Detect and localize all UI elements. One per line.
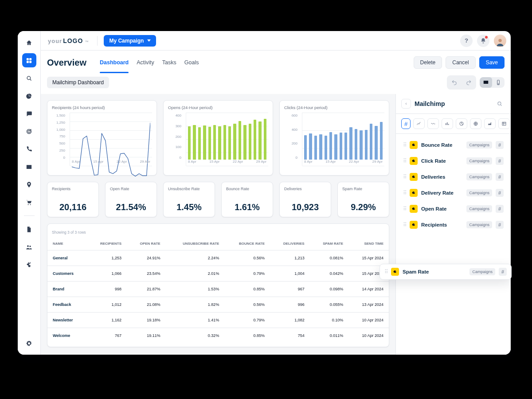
drag-handle-icon[interactable]: ⠿: [403, 206, 406, 212]
mail-icon[interactable]: [22, 160, 36, 174]
dragging-metric[interactable]: ⠿ Spam Rate Campaigns #: [379, 264, 512, 280]
cell-spam: 0.10%: [310, 313, 349, 328]
table-row[interactable]: Welcome76719.11%0.32%0.85%7540.011%10 Ap…: [47, 328, 389, 344]
type-number-icon[interactable]: #: [401, 118, 411, 129]
drag-handle-icon[interactable]: ⠿: [384, 269, 387, 275]
type-area-icon[interactable]: [484, 118, 496, 129]
logo-main: LOGO: [63, 37, 83, 44]
table-row[interactable]: Feedback1,01221.08%1.82%0.56%9960.055%13…: [47, 297, 389, 313]
table-row[interactable]: Customers1,06623.54%2.01%0.79%1,0040.042…: [47, 266, 389, 282]
chart-card: Clicks (24-Hour period) 6004002000 8 Apr…: [279, 100, 389, 176]
metric-item[interactable]: ⠿ Recipients Campaigns #: [401, 218, 505, 231]
cell-unsubscribe: 1.82%: [166, 297, 225, 313]
campaign-chip[interactable]: My Campaign: [104, 35, 156, 47]
type-pie-icon[interactable]: [456, 118, 467, 129]
tab-dashboard[interactable]: Dashboard: [100, 56, 129, 69]
search-icon[interactable]: [22, 71, 36, 85]
tab-tasks[interactable]: Tasks: [162, 56, 176, 69]
type-globe-icon[interactable]: [470, 118, 481, 129]
undo-icon[interactable]: [449, 77, 460, 88]
type-line-icon[interactable]: [413, 118, 425, 129]
table-row[interactable]: Brand99821.87%1.53%0.85%9670.098%14 Apr …: [47, 282, 389, 297]
home-icon[interactable]: [22, 35, 36, 50]
gear-icon[interactable]: [22, 336, 36, 350]
save-button[interactable]: Save: [479, 56, 505, 69]
col-unsubscribe[interactable]: UNSUBSCRIBE RATE: [166, 237, 225, 250]
svg-rect-1: [29, 58, 31, 60]
metric-item[interactable]: ⠿ Bounce Rate Campaigns #: [401, 138, 505, 152]
metric-item[interactable]: ⠿ Click Rate Campaigns #: [401, 154, 505, 168]
metric-item[interactable]: ⠿ Open Rate Campaigns #: [401, 202, 505, 215]
back-button[interactable]: [401, 99, 411, 109]
type-bar-icon[interactable]: [442, 118, 453, 129]
type-hash-icon: #: [496, 189, 504, 197]
phone-icon[interactable]: [22, 142, 36, 156]
avatar[interactable]: [494, 35, 506, 47]
table-card: Showing 3 of 3 rows NAMERECIPIENTSOPEN R…: [47, 223, 389, 347]
col-name[interactable]: NAME: [47, 237, 87, 250]
drag-handle-icon[interactable]: ⠿: [403, 174, 406, 180]
redo-icon[interactable]: [463, 77, 474, 88]
cancel-button[interactable]: Cancel: [446, 56, 475, 69]
table-row[interactable]: General1,25324.91%2.24%0.56%1,2130.081%1…: [47, 250, 389, 266]
metric-tag: Campaigns: [469, 268, 495, 275]
kpi-label: Bounce Rate: [226, 187, 268, 191]
metric-item[interactable]: ⠿ Deliveries Campaigns #: [401, 170, 505, 184]
delete-button[interactable]: Delete: [414, 56, 442, 69]
cell-deliveries: 996: [270, 297, 310, 313]
svg-point-28: [395, 271, 396, 272]
chart-pie-icon[interactable]: [22, 89, 36, 103]
drag-handle-icon[interactable]: ⠿: [403, 222, 406, 228]
col-deliveries[interactable]: DELIVERIES: [270, 237, 310, 250]
cell-send_time: 10 Apr 2024: [348, 328, 389, 344]
mailchimp-icon: [410, 205, 418, 213]
pin-icon[interactable]: [22, 177, 36, 192]
mailchimp-icon: [410, 221, 418, 229]
table-row[interactable]: Newsletter1,16219.18%1.41%0.79%1,0820.10…: [47, 313, 389, 328]
col-open_rate[interactable]: OPEN RATE: [127, 237, 166, 250]
svg-point-11: [498, 39, 501, 42]
breadcrumb[interactable]: Mailchimp Dashboard: [47, 77, 109, 88]
drag-handle-icon[interactable]: ⠿: [403, 142, 406, 148]
svg-rect-18: [448, 124, 449, 125]
users-icon[interactable]: [22, 240, 36, 254]
type-wave-icon[interactable]: [427, 118, 439, 129]
cell-name: Welcome: [47, 328, 87, 344]
mobile-icon[interactable]: [492, 77, 505, 88]
bell-icon[interactable]: [477, 35, 489, 47]
type-hash-icon: #: [496, 221, 504, 229]
metric-tag: Campaigns: [466, 205, 492, 212]
tab-goals[interactable]: Goals: [184, 56, 199, 69]
app-window: your LOGO ™ My Campaign ?: [18, 31, 511, 355]
col-send_time[interactable]: SEND TIME: [348, 237, 389, 250]
drag-handle-icon[interactable]: ⠿: [403, 158, 406, 164]
col-bounce[interactable]: BOUNCE RATE: [224, 237, 270, 250]
cell-deliveries: 1,004: [270, 266, 310, 282]
sidebar-divider: [24, 215, 35, 216]
svg-rect-3: [29, 61, 31, 63]
cell-unsubscribe: 1.53%: [166, 282, 225, 297]
cart-icon[interactable]: [22, 195, 36, 209]
file-icon[interactable]: [22, 222, 36, 236]
cell-name: Brand: [47, 282, 87, 297]
type-table-icon[interactable]: [498, 118, 510, 129]
dashboard-icon[interactable]: [22, 53, 36, 67]
col-spam[interactable]: SPAM RATE: [310, 237, 349, 250]
target-icon[interactable]: [22, 124, 36, 138]
metric-tag: Campaigns: [466, 173, 492, 180]
panel-search-icon[interactable]: [494, 98, 505, 109]
tab-activity[interactable]: Activity: [137, 56, 154, 69]
svg-rect-21: [502, 122, 506, 125]
plugin-icon[interactable]: [22, 258, 36, 272]
cell-open_rate: 24.91%: [127, 250, 166, 266]
cell-open_rate: 21.08%: [127, 297, 166, 313]
col-recipients[interactable]: RECIPIENTS: [87, 237, 127, 250]
metric-item[interactable]: ⠿ Delivery Rate Campaigns #: [401, 186, 505, 200]
svg-point-27: [414, 224, 415, 225]
mailchimp-icon: [410, 189, 418, 197]
drag-handle-icon[interactable]: ⠿: [403, 190, 406, 196]
chat-icon[interactable]: [22, 106, 36, 121]
desktop-icon[interactable]: [480, 77, 492, 88]
cell-bounce: 0.79%: [224, 266, 270, 282]
help-icon[interactable]: ?: [460, 35, 473, 47]
